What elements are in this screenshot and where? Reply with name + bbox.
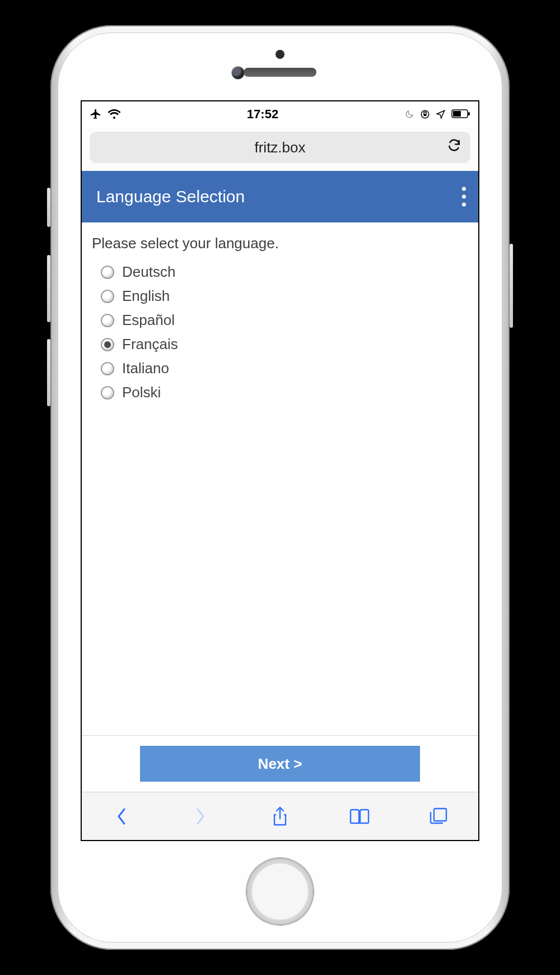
proximity-sensor	[276, 50, 284, 59]
radio-icon[interactable]	[101, 266, 114, 279]
address-bar[interactable]: fritz.box	[90, 132, 470, 163]
share-button[interactable]	[269, 805, 291, 828]
tabs-button[interactable]	[427, 805, 450, 828]
language-option[interactable]: Italiano	[101, 356, 468, 380]
browser-toolbar	[82, 792, 478, 840]
language-option-label: Français	[122, 336, 178, 353]
language-option[interactable]: English	[101, 284, 468, 308]
phone-body: 17:52	[58, 33, 502, 942]
language-options: DeutschEnglishEspañolFrançaisItalianoPol…	[92, 260, 468, 405]
airplane-icon	[90, 108, 102, 120]
status-bar: 17:52	[82, 101, 478, 127]
page-title: Language Selection	[96, 187, 245, 206]
radio-icon[interactable]	[101, 290, 114, 303]
moon-icon	[404, 109, 414, 119]
radio-icon[interactable]	[101, 362, 114, 375]
footer-bar: Next >	[82, 735, 478, 792]
radio-icon[interactable]	[101, 386, 114, 400]
forward-button	[189, 805, 212, 828]
back-button[interactable]	[110, 805, 133, 828]
language-option-label: Deutsch	[122, 263, 175, 281]
address-bar-domain: fritz.box	[254, 139, 305, 156]
address-bar-area: fritz.box	[82, 127, 478, 171]
home-button[interactable]	[246, 858, 314, 925]
power-button	[510, 244, 513, 328]
language-option-label: Polski	[122, 384, 161, 401]
mute-switch	[47, 188, 50, 227]
front-camera	[232, 67, 244, 79]
more-menu-icon[interactable]	[462, 187, 466, 207]
volume-down	[47, 339, 50, 406]
language-option[interactable]: Español	[101, 308, 468, 332]
radio-icon[interactable]	[101, 338, 114, 351]
language-option-label: English	[122, 287, 170, 305]
app-header: Language Selection	[82, 171, 478, 222]
svg-rect-5	[434, 809, 446, 821]
svg-rect-4	[468, 112, 470, 115]
earpiece-speaker	[244, 68, 316, 77]
svg-rect-3	[453, 111, 461, 117]
svg-rect-1	[423, 114, 426, 116]
battery-icon	[451, 109, 470, 119]
wifi-icon	[108, 109, 121, 120]
prompt-text: Please select your language.	[92, 235, 468, 252]
content-area: Please select your language. DeutschEngl…	[82, 222, 478, 735]
phone-bezel: 17:52	[50, 25, 510, 950]
language-option[interactable]: Polski	[101, 380, 468, 405]
reload-icon[interactable]	[447, 138, 461, 157]
language-option[interactable]: Français	[101, 332, 468, 356]
clock: 17:52	[121, 107, 404, 122]
location-icon	[436, 109, 446, 119]
language-option-label: Italiano	[122, 360, 169, 377]
bookmarks-button[interactable]	[348, 805, 371, 828]
volume-up	[47, 255, 50, 322]
radio-icon[interactable]	[101, 314, 114, 327]
language-option[interactable]: Deutsch	[101, 260, 468, 284]
screen: 17:52	[81, 100, 479, 841]
language-option-label: Español	[122, 312, 175, 329]
orientation-lock-icon	[420, 109, 430, 119]
next-button[interactable]: Next >	[140, 746, 420, 782]
